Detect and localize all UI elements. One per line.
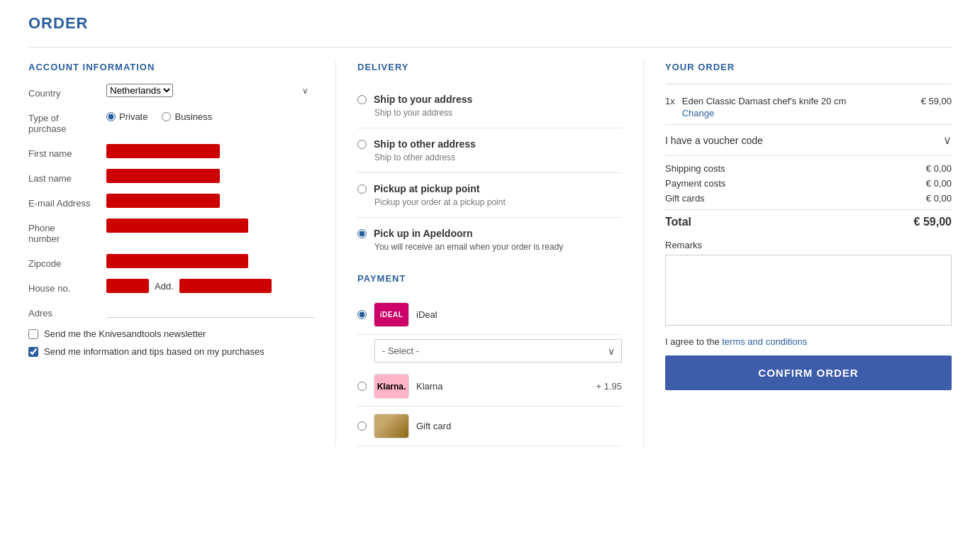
zipcode-label: Zipcode (28, 254, 106, 269)
purchase-private-label[interactable]: Private (106, 111, 147, 122)
zipcode-input[interactable] (106, 254, 248, 268)
payment-giftcard-label: Gift card (416, 421, 622, 431)
gift-cards-value: € 0,00 (926, 193, 952, 204)
delivery-option-apeldoorn: Pick up in Apeldoorn You will receive an… (357, 218, 622, 262)
purchase-type-options: Private Business (106, 109, 314, 122)
payment-klarna: Klarna. Klarna + 1.95 (357, 367, 622, 407)
account-section: ACCOUNT INFORMATION Country Netherlands … (28, 62, 336, 446)
remarks-textarea[interactable] (665, 255, 952, 326)
remarks-label: Remarks (665, 240, 952, 250)
order-item-change-link[interactable]: Change (682, 108, 914, 118)
last-name-label: Last name (28, 169, 106, 184)
email-input[interactable] (106, 194, 220, 208)
shipping-cost-label: Shipping costs (665, 163, 725, 174)
total-label: Total (665, 216, 691, 228)
order-section: YOUR ORDER 1x Eden Classic Damast chef's… (644, 62, 952, 446)
first-name-label: First name (28, 144, 106, 159)
gift-cards-label: Gift cards (665, 193, 705, 204)
account-section-title: ACCOUNT INFORMATION (28, 62, 314, 72)
delivery-section-title: DELIVERY (357, 62, 622, 72)
terms-link[interactable]: terms and conditions (722, 336, 807, 347)
purchase-business-label[interactable]: Business (162, 111, 212, 122)
country-label: Country (28, 84, 106, 99)
delivery-ship-your-subtitle: Ship to your address (357, 108, 622, 118)
shipping-cost-row: Shipping costs € 0,00 (665, 163, 952, 174)
delivery-ship-your-radio[interactable] (357, 95, 367, 104)
payment-ideal: iDEAL iDeal (357, 295, 622, 335)
house-add-input[interactable] (179, 279, 272, 293)
delivery-option-pickup-point: Pickup at pickup point Pickup your order… (357, 173, 622, 218)
house-no-input[interactable] (106, 279, 149, 293)
voucher-chevron-icon: ∨ (943, 133, 952, 147)
first-name-input[interactable] (106, 144, 220, 158)
confirm-order-button[interactable]: CONFIRM ORDER (665, 355, 952, 390)
payment-section-title: PAYMENT (357, 273, 622, 284)
newsletter-checkbox-row: Send me the Knivesandtools newsletter (28, 328, 314, 339)
voucher-text: I have a voucher code (665, 135, 763, 146)
gift-cards-row: Gift cards € 0,00 (665, 193, 952, 204)
delivery-pickup-point-title: Pickup at pickup point (374, 183, 479, 194)
newsletter-checkbox[interactable] (28, 329, 38, 339)
delivery-ship-other-subtitle: Ship to other address (357, 153, 622, 162)
payment-section: PAYMENT iDEAL iDeal - Select - ABN AMRO … (357, 273, 622, 446)
terms-row: I agree to the terms and conditions (665, 336, 952, 347)
total-value: € 59,00 (914, 216, 952, 228)
delivery-ship-other-radio[interactable] (357, 140, 367, 149)
newsletter-label: Send me the Knivesandtools newsletter (44, 328, 206, 339)
payment-cost-value: € 0,00 (926, 178, 952, 189)
delivery-pickup-point-subtitle: Pickup your order at a pickup point (357, 197, 622, 207)
delivery-apeldoorn-note: You will receive an email when your orde… (357, 242, 622, 252)
phone-input[interactable] (106, 219, 248, 233)
house-no-label: House no. (28, 279, 106, 294)
house-no-field: House no. Add. (28, 279, 314, 294)
order-item: 1x Eden Classic Damast chef's knife 20 c… (665, 96, 952, 118)
purchase-business-radio[interactable] (162, 112, 171, 121)
payment-cost-label: Payment costs (665, 178, 725, 189)
info-checkbox-row: Send me information and tips based on my… (28, 346, 314, 357)
order-section-title: YOUR ORDER (665, 62, 952, 72)
delivery-ship-other-title: Ship to other address (374, 138, 476, 150)
payment-klarna-label: Klarna (416, 381, 589, 392)
payment-ideal-radio[interactable] (357, 310, 367, 319)
phone-label: Phonenumber (28, 219, 106, 244)
payment-klarna-radio[interactable] (357, 382, 367, 391)
order-item-price: € 59,00 (921, 96, 952, 106)
order-item-name: Eden Classic Damast chef's knife 20 cm (682, 96, 914, 106)
first-name-field: First name (28, 144, 314, 159)
ideal-bank-select[interactable]: - Select - ABN AMRO ING Rabobank (374, 339, 622, 363)
country-field: Country Netherlands Belgium Germany (28, 84, 314, 99)
info-checkbox[interactable] (28, 347, 38, 357)
purchase-type-label: Type ofpurchase (28, 109, 106, 134)
total-row: Total € 59,00 (665, 216, 952, 228)
payment-klarna-extra: + 1.95 (596, 381, 622, 392)
terms-text: I agree to the (665, 336, 722, 347)
page-title: ORDER (28, 14, 952, 33)
payment-giftcard-radio[interactable] (357, 421, 367, 431)
giftcard-logo-icon (374, 414, 409, 438)
last-name-input[interactable] (106, 169, 220, 183)
voucher-row[interactable]: I have a voucher code ∨ (665, 124, 952, 156)
zipcode-field: Zipcode (28, 254, 314, 269)
info-label: Send me information and tips based on my… (44, 346, 265, 357)
ideal-bank-select-wrapper: - Select - ABN AMRO ING Rabobank (374, 339, 622, 363)
phone-field: Phonenumber (28, 219, 314, 244)
shipping-cost-value: € 0,00 (926, 163, 952, 174)
delivery-option-ship-other: Ship to other address Ship to other addr… (357, 128, 622, 173)
house-add-label: Add. (155, 281, 174, 292)
email-field: E-mail Address (28, 194, 314, 209)
purchase-private-radio[interactable] (106, 112, 116, 121)
payment-ideal-label: iDeal (416, 309, 622, 320)
delivery-pickup-point-radio[interactable] (357, 184, 367, 194)
delivery-ship-your-title: Ship to your address (374, 94, 472, 105)
adres-input[interactable] (106, 304, 314, 318)
purchase-type-field: Type ofpurchase Private Business (28, 109, 314, 134)
adres-field: Adres (28, 304, 314, 319)
klarna-logo-icon: Klarna. (374, 374, 409, 399)
ideal-logo-icon: iDEAL (374, 302, 409, 327)
adres-label: Adres (28, 304, 106, 319)
delivery-section: DELIVERY Ship to your address Ship to yo… (336, 62, 644, 446)
country-select[interactable]: Netherlands Belgium Germany (106, 84, 173, 97)
country-select-wrapper: Netherlands Belgium Germany (106, 84, 314, 97)
delivery-apeldoorn-radio[interactable] (357, 229, 367, 238)
email-label: E-mail Address (28, 194, 106, 209)
